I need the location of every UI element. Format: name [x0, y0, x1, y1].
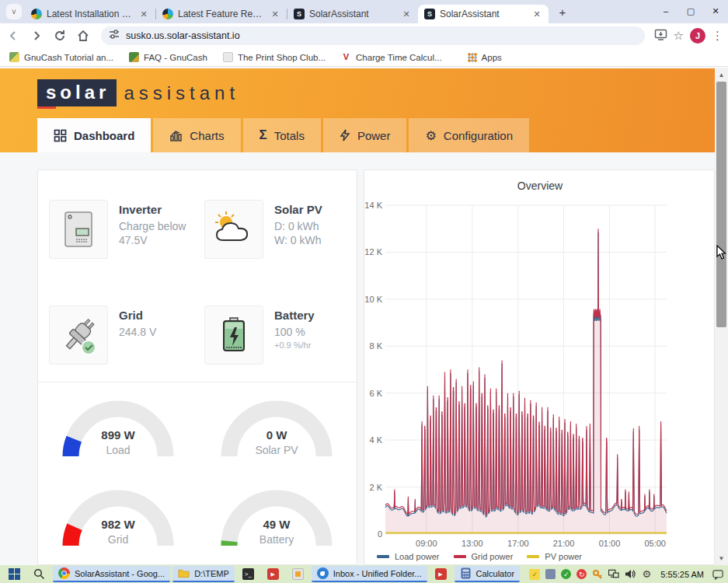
- gnucash-icon: [9, 52, 19, 62]
- x-tick-label: 17:00: [501, 539, 535, 548]
- chrome-menu-icon[interactable]: ⋮: [712, 29, 723, 43]
- taskbar-media2-button[interactable]: ▶: [430, 566, 452, 582]
- grid-color-swatch: [454, 555, 466, 558]
- browser-tab-4-active[interactable]: S SolarAssistant ✕: [418, 5, 549, 23]
- scroll-down-icon[interactable]: ▼: [715, 552, 728, 565]
- taskbar-photos-button[interactable]: [287, 566, 309, 582]
- bookmark-charge-time[interactable]: V Charge Time Calcul...: [341, 52, 442, 62]
- load-gauge: 899 W Load: [52, 394, 184, 481]
- tab-label: Totals: [274, 129, 305, 142]
- browser-tab-1[interactable]: Latest Installation topics - Hom ✕: [25, 5, 155, 23]
- device-name: Battery: [274, 309, 354, 322]
- inverter-card: Inverter Charge below 47.5V: [49, 200, 198, 259]
- y-tick-label: 0: [364, 529, 382, 539]
- volume-icon[interactable]: [625, 569, 636, 580]
- solar-pv-card: Solar PV D: 0 kWh W: 0 kWh: [204, 200, 354, 259]
- calculator-icon: [460, 567, 472, 579]
- taskbar-explorer-button[interactable]: D:\TEMP: [172, 566, 235, 582]
- overview-chart: [364, 170, 715, 565]
- gauge-value: 0 W: [211, 428, 343, 442]
- device-value: Charge below 47.5V: [119, 219, 203, 247]
- sun-cloud-icon: [204, 200, 263, 259]
- close-window-button[interactable]: ✕: [703, 0, 728, 22]
- minimize-button[interactable]: –: [653, 0, 678, 22]
- legend-grid-power: Grid power: [454, 552, 514, 561]
- media-player-icon: ▶: [435, 568, 447, 580]
- chrome-icon: [58, 567, 70, 579]
- scroll-up-icon[interactable]: ▲: [715, 68, 728, 82]
- legend-label: Load power: [395, 552, 440, 561]
- new-tab-button[interactable]: +: [553, 2, 572, 21]
- site-settings-icon[interactable]: [109, 29, 120, 43]
- bookmark-apps[interactable]: Apps: [467, 52, 502, 62]
- plug-icon: [49, 305, 108, 365]
- device-name: Inverter: [119, 203, 198, 216]
- tab-search-button[interactable]: ˅: [6, 4, 22, 19]
- antivirus-ok-icon[interactable]: ✓: [561, 569, 571, 579]
- solarassistant-favicon-icon: S: [424, 9, 435, 19]
- taskbar-media-button[interactable]: ▶: [262, 566, 284, 582]
- bookmark-faq-gnucash[interactable]: FAQ - GnuCash: [129, 52, 207, 62]
- gauge-label: Battery: [211, 533, 343, 546]
- browser-tab-2[interactable]: Latest Feature Requests topics ✕: [156, 5, 287, 23]
- search-button[interactable]: [28, 566, 51, 582]
- chevron-down-icon: ˅: [12, 8, 16, 16]
- overview-chart-panel: Overview 14 K12 K10 K8 K6 K4 K2 K0 09:00…: [364, 169, 715, 565]
- tab-power[interactable]: Power: [323, 118, 407, 152]
- restore-button[interactable]: ▢: [678, 0, 703, 22]
- taskbar-thunderbird-button[interactable]: Inbox - Unified Folder...: [312, 566, 427, 582]
- forward-icon[interactable]: [26, 26, 47, 46]
- reload-icon[interactable]: [50, 26, 70, 46]
- gauge-value: 982 W: [52, 518, 184, 531]
- bolt-icon: [340, 129, 350, 141]
- taskbar-clock[interactable]: 5:55:25 AM: [660, 570, 704, 579]
- install-app-icon[interactable]: [654, 28, 667, 44]
- key-icon[interactable]: [592, 569, 603, 580]
- chart-bars-icon: [169, 129, 183, 142]
- page-scrollbar[interactable]: ▲ ▼: [715, 68, 728, 565]
- close-icon[interactable]: ✕: [401, 9, 412, 19]
- tab-title: SolarAssistant: [440, 9, 527, 19]
- sticky-note-icon[interactable]: ✓: [529, 569, 540, 580]
- close-icon[interactable]: ✕: [531, 9, 542, 19]
- gauge-label: Solar PV: [211, 444, 343, 456]
- close-icon[interactable]: ✕: [270, 9, 280, 19]
- tab-totals[interactable]: Σ Totals: [243, 118, 321, 152]
- bookmark-gnucash-tutorial[interactable]: GnuCash Tutorial an...: [9, 52, 113, 62]
- y-tick-label: 8 K: [364, 341, 382, 351]
- scrollbar-thumb[interactable]: [716, 82, 726, 327]
- start-button[interactable]: [3, 566, 26, 582]
- browser-tab-3[interactable]: S SolarAssistant ✕: [287, 5, 418, 23]
- solar-assistant-logo: solar assistant: [37, 79, 239, 106]
- taskbar-chrome-button[interactable]: SolarAssistant - Goog...: [53, 566, 170, 582]
- taskbar-terminal-button[interactable]: >_: [237, 566, 260, 582]
- bookmark-print-shop[interactable]: The Print Shop Club...: [223, 52, 326, 62]
- tab-dashboard[interactable]: Dashboard: [37, 118, 151, 152]
- y-tick-label: 6 K: [364, 389, 382, 398]
- close-icon[interactable]: ✕: [138, 9, 149, 19]
- security-agent-icon[interactable]: [545, 569, 556, 579]
- sync-icon[interactable]: ↻: [576, 569, 587, 579]
- taskbar-calculator-button[interactable]: Calculator: [455, 566, 521, 582]
- battery-card: Battery 100 % +0.9 %/hr: [204, 305, 354, 365]
- app-nav-tabs: Dashboard Charts Σ Totals Power ⚙ Conf: [37, 118, 529, 152]
- browser-tab-strip: ˅ Latest Installation topics - Hom ✕ Lat…: [0, 0, 728, 23]
- profile-avatar[interactable]: J: [690, 28, 705, 44]
- media-player-icon: ▶: [267, 568, 279, 580]
- gnucash-faq-icon: [129, 52, 139, 62]
- network-icon[interactable]: [608, 569, 619, 580]
- x-tick-label: 01:00: [593, 539, 627, 548]
- page-viewport: solar assistant Dashboard Charts Σ Total…: [0, 68, 715, 565]
- notifications-icon[interactable]: [712, 569, 723, 580]
- battery-icon: [204, 305, 263, 365]
- tab-charts[interactable]: Charts: [153, 118, 240, 152]
- tab-configuration[interactable]: ⚙ Configuration: [409, 118, 529, 152]
- back-icon[interactable]: [3, 26, 23, 46]
- bookmark-star-icon[interactable]: ☆: [674, 29, 684, 43]
- settings-gear-icon[interactable]: ⚙: [641, 569, 652, 580]
- home-icon[interactable]: [73, 26, 93, 46]
- bookmark-label: GnuCash Tutorial an...: [24, 53, 113, 62]
- bookmark-label: Apps: [482, 53, 502, 62]
- legend-label: Grid power: [472, 552, 514, 561]
- address-bar[interactable]: susko.us.solar-assistant.io: [101, 26, 645, 45]
